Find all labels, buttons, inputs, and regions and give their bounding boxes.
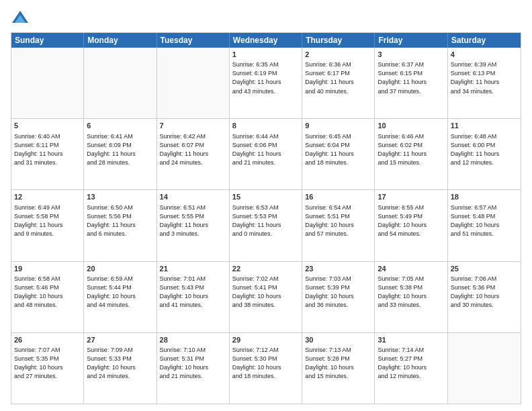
cell-text: Sunrise: 6:40 AM Sunset: 6:11 PM Dayligh… bbox=[14, 132, 81, 167]
cell-text: Sunrise: 6:44 AM Sunset: 6:06 PM Dayligh… bbox=[232, 132, 299, 167]
cell-text: Sunrise: 6:57 AM Sunset: 5:48 PM Dayligh… bbox=[451, 203, 518, 238]
calendar-row-2: 5Sunrise: 6:40 AM Sunset: 6:11 PM Daylig… bbox=[11, 118, 521, 189]
calendar-body: 1Sunrise: 6:35 AM Sunset: 6:19 PM Daylig… bbox=[11, 48, 521, 404]
cell-text: Sunrise: 6:41 AM Sunset: 6:09 PM Dayligh… bbox=[87, 132, 153, 167]
cell-text: Sunrise: 6:58 AM Sunset: 5:46 PM Dayligh… bbox=[14, 275, 81, 310]
calendar: SundayMondayTuesdayWednesdayThursdayFrid… bbox=[11, 32, 521, 404]
cell-text: Sunrise: 7:10 AM Sunset: 5:31 PM Dayligh… bbox=[160, 346, 226, 381]
day-number: 14 bbox=[160, 192, 226, 202]
calendar-cell: 8Sunrise: 6:44 AM Sunset: 6:06 PM Daylig… bbox=[230, 119, 302, 189]
day-number: 5 bbox=[14, 121, 81, 131]
logo-icon bbox=[11, 9, 30, 28]
day-number: 15 bbox=[232, 192, 299, 202]
day-number: 3 bbox=[378, 50, 444, 60]
day-number: 17 bbox=[378, 192, 444, 202]
calendar-cell: 6Sunrise: 6:41 AM Sunset: 6:09 PM Daylig… bbox=[84, 119, 157, 189]
calendar-row-3: 12Sunrise: 6:49 AM Sunset: 5:58 PM Dayli… bbox=[11, 189, 521, 261]
cell-text: Sunrise: 7:09 AM Sunset: 5:33 PM Dayligh… bbox=[87, 346, 153, 381]
cell-text: Sunrise: 6:53 AM Sunset: 5:53 PM Dayligh… bbox=[232, 203, 299, 238]
day-number: 30 bbox=[305, 335, 371, 345]
day-number: 13 bbox=[87, 192, 153, 202]
calendar-cell: 17Sunrise: 6:55 AM Sunset: 5:49 PM Dayli… bbox=[375, 190, 447, 261]
calendar-row-5: 26Sunrise: 7:07 AM Sunset: 5:35 PM Dayli… bbox=[11, 332, 521, 404]
cell-text: Sunrise: 6:46 AM Sunset: 6:02 PM Dayligh… bbox=[378, 132, 444, 167]
calendar-cell: 7Sunrise: 6:42 AM Sunset: 6:07 PM Daylig… bbox=[157, 119, 230, 189]
day-number: 6 bbox=[87, 121, 153, 131]
calendar-cell: 28Sunrise: 7:10 AM Sunset: 5:31 PM Dayli… bbox=[157, 333, 230, 404]
header-cell-tuesday: Tuesday bbox=[157, 33, 230, 48]
cell-text: Sunrise: 6:42 AM Sunset: 6:07 PM Dayligh… bbox=[160, 132, 226, 167]
header-cell-friday: Friday bbox=[375, 33, 447, 48]
logo bbox=[11, 9, 31, 28]
day-number: 25 bbox=[451, 264, 518, 274]
cell-text: Sunrise: 6:51 AM Sunset: 5:55 PM Dayligh… bbox=[160, 203, 226, 238]
day-number: 29 bbox=[232, 335, 299, 345]
calendar-cell bbox=[11, 48, 84, 118]
day-number: 9 bbox=[305, 121, 371, 131]
cell-text: Sunrise: 7:06 AM Sunset: 5:36 PM Dayligh… bbox=[451, 275, 518, 310]
cell-text: Sunrise: 6:54 AM Sunset: 5:51 PM Dayligh… bbox=[305, 203, 371, 238]
calendar-cell: 13Sunrise: 6:50 AM Sunset: 5:56 PM Dayli… bbox=[84, 190, 157, 261]
day-number: 8 bbox=[232, 121, 299, 131]
cell-text: Sunrise: 7:01 AM Sunset: 5:43 PM Dayligh… bbox=[160, 275, 226, 310]
calendar-cell: 24Sunrise: 7:05 AM Sunset: 5:38 PM Dayli… bbox=[375, 262, 447, 332]
cell-text: Sunrise: 6:48 AM Sunset: 6:00 PM Dayligh… bbox=[451, 132, 518, 167]
cell-text: Sunrise: 7:14 AM Sunset: 5:27 PM Dayligh… bbox=[378, 346, 444, 381]
calendar-cell: 30Sunrise: 7:13 AM Sunset: 5:28 PM Dayli… bbox=[302, 333, 375, 404]
day-number: 19 bbox=[14, 264, 81, 274]
day-number: 31 bbox=[378, 335, 444, 345]
day-number: 7 bbox=[160, 121, 226, 131]
cell-text: Sunrise: 7:03 AM Sunset: 5:39 PM Dayligh… bbox=[305, 275, 371, 310]
day-number: 22 bbox=[232, 264, 299, 274]
day-number: 16 bbox=[305, 192, 371, 202]
calendar-cell bbox=[448, 333, 521, 404]
header-cell-saturday: Saturday bbox=[448, 33, 521, 48]
calendar-row-1: 1Sunrise: 6:35 AM Sunset: 6:19 PM Daylig… bbox=[11, 48, 521, 118]
header-cell-thursday: Thursday bbox=[302, 33, 375, 48]
calendar-cell: 3Sunrise: 6:37 AM Sunset: 6:15 PM Daylig… bbox=[375, 48, 447, 118]
day-number: 24 bbox=[378, 264, 444, 274]
day-number: 12 bbox=[14, 192, 81, 202]
calendar-cell: 15Sunrise: 6:53 AM Sunset: 5:53 PM Dayli… bbox=[230, 190, 302, 261]
calendar-cell: 10Sunrise: 6:46 AM Sunset: 6:02 PM Dayli… bbox=[375, 119, 447, 189]
header-cell-sunday: Sunday bbox=[11, 33, 84, 48]
calendar-cell: 1Sunrise: 6:35 AM Sunset: 6:19 PM Daylig… bbox=[230, 48, 302, 118]
calendar-cell: 25Sunrise: 7:06 AM Sunset: 5:36 PM Dayli… bbox=[448, 262, 521, 332]
cell-text: Sunrise: 6:35 AM Sunset: 6:19 PM Dayligh… bbox=[232, 60, 299, 95]
day-number: 4 bbox=[451, 50, 518, 60]
day-number: 18 bbox=[451, 192, 518, 202]
calendar-cell: 22Sunrise: 7:02 AM Sunset: 5:41 PM Dayli… bbox=[230, 262, 302, 332]
header-cell-wednesday: Wednesday bbox=[230, 33, 302, 48]
cell-text: Sunrise: 6:36 AM Sunset: 6:17 PM Dayligh… bbox=[305, 60, 371, 95]
cell-text: Sunrise: 6:37 AM Sunset: 6:15 PM Dayligh… bbox=[378, 60, 444, 95]
cell-text: Sunrise: 6:59 AM Sunset: 5:44 PM Dayligh… bbox=[87, 275, 153, 310]
calendar-header-row: SundayMondayTuesdayWednesdayThursdayFrid… bbox=[11, 33, 521, 48]
calendar-cell: 27Sunrise: 7:09 AM Sunset: 5:33 PM Dayli… bbox=[84, 333, 157, 404]
calendar-cell: 9Sunrise: 6:45 AM Sunset: 6:04 PM Daylig… bbox=[302, 119, 375, 189]
calendar-cell: 26Sunrise: 7:07 AM Sunset: 5:35 PM Dayli… bbox=[11, 333, 84, 404]
calendar-cell: 12Sunrise: 6:49 AM Sunset: 5:58 PM Dayli… bbox=[11, 190, 84, 261]
calendar-cell: 4Sunrise: 6:39 AM Sunset: 6:13 PM Daylig… bbox=[448, 48, 521, 118]
calendar-cell: 29Sunrise: 7:12 AM Sunset: 5:30 PM Dayli… bbox=[230, 333, 302, 404]
cell-text: Sunrise: 7:02 AM Sunset: 5:41 PM Dayligh… bbox=[232, 275, 299, 310]
calendar-cell: 23Sunrise: 7:03 AM Sunset: 5:39 PM Dayli… bbox=[302, 262, 375, 332]
cell-text: Sunrise: 7:07 AM Sunset: 5:35 PM Dayligh… bbox=[14, 346, 81, 381]
page: SundayMondayTuesdayWednesdayThursdayFrid… bbox=[0, 0, 532, 411]
calendar-cell: 19Sunrise: 6:58 AM Sunset: 5:46 PM Dayli… bbox=[11, 262, 84, 332]
calendar-cell bbox=[84, 48, 157, 118]
cell-text: Sunrise: 6:50 AM Sunset: 5:56 PM Dayligh… bbox=[87, 203, 153, 238]
calendar-cell: 16Sunrise: 6:54 AM Sunset: 5:51 PM Dayli… bbox=[302, 190, 375, 261]
day-number: 28 bbox=[160, 335, 226, 345]
cell-text: Sunrise: 7:05 AM Sunset: 5:38 PM Dayligh… bbox=[378, 275, 444, 310]
calendar-cell: 11Sunrise: 6:48 AM Sunset: 6:00 PM Dayli… bbox=[448, 119, 521, 189]
calendar-cell: 5Sunrise: 6:40 AM Sunset: 6:11 PM Daylig… bbox=[11, 119, 84, 189]
day-number: 11 bbox=[451, 121, 518, 131]
calendar-cell: 21Sunrise: 7:01 AM Sunset: 5:43 PM Dayli… bbox=[157, 262, 230, 332]
day-number: 20 bbox=[87, 264, 153, 274]
cell-text: Sunrise: 7:13 AM Sunset: 5:28 PM Dayligh… bbox=[305, 346, 371, 381]
cell-text: Sunrise: 6:45 AM Sunset: 6:04 PM Dayligh… bbox=[305, 132, 371, 167]
calendar-row-4: 19Sunrise: 6:58 AM Sunset: 5:46 PM Dayli… bbox=[11, 261, 521, 332]
cell-text: Sunrise: 6:49 AM Sunset: 5:58 PM Dayligh… bbox=[14, 203, 81, 238]
calendar-cell: 18Sunrise: 6:57 AM Sunset: 5:48 PM Dayli… bbox=[448, 190, 521, 261]
cell-text: Sunrise: 6:55 AM Sunset: 5:49 PM Dayligh… bbox=[378, 203, 444, 238]
